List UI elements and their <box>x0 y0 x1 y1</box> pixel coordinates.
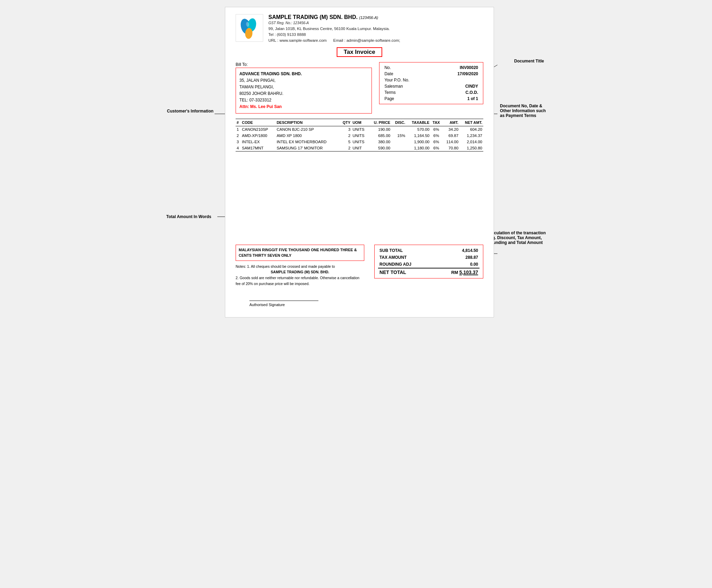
th-uom: UOM <box>352 119 369 126</box>
footer-section: MALAYSIAN RINGGIT FIVE THOUSAND ONE HUND… <box>236 245 483 287</box>
tax-amount-value: 288.87 <box>433 254 479 261</box>
signature-label: Authorised Signature <box>249 303 483 307</box>
notes-intro: Notes: 1. All cheques should be crossed … <box>236 264 364 270</box>
bill-to-label: Bill To: <box>236 62 372 67</box>
annotation-customer-info: Customer's Information <box>167 109 214 114</box>
table-row: 4SAM17MNTSAMSUNG 17' MONITOR2UNIT590.001… <box>236 145 483 151</box>
company-name-text: SAMPLE TRADING (M) SDN. BHD. <box>268 14 358 20</box>
amount-words-text: MALAYSIAN RINGGIT FIVE THOUSAND ONE HUND… <box>239 248 357 258</box>
totals-subtotal-row: SUB TOTAL 4,814.50 <box>378 247 479 254</box>
th-amt: AMT. <box>442 119 459 126</box>
sub-total-label: SUB TOTAL <box>378 247 433 254</box>
totals-box: SUB TOTAL 4,814.50 TAX AMOUNT 288.87 ROU… <box>374 245 483 278</box>
net-total-value-cell: RM 5,103.37 <box>433 268 479 276</box>
info-date-value: 17/09/2020 <box>435 71 479 77</box>
notes-note2: 2. Goods sold are neither returnable nor… <box>236 275 364 287</box>
table-row: 1CANON210SPCANON BJC-210 SP3UNITS190.005… <box>236 126 483 133</box>
company-url-email: URL : www.sample-software.com Email : ad… <box>268 38 483 43</box>
company-email: Email : admin@sample-software.com; <box>333 38 400 42</box>
info-row-terms: Terms C.O.D. <box>383 89 479 96</box>
logo-svg <box>237 16 261 40</box>
doc-title: Tax Invoice <box>337 47 382 57</box>
info-page-label: Page <box>383 96 435 102</box>
table-header-row: # CODE DESCRIPTION QTY UOM U. PRICE DISC… <box>236 119 483 126</box>
rounding-label: ROUNDING ADJ <box>378 261 433 268</box>
invoice-info-section: No. INV00020 Date 17/09/2020 Your P.O. N… <box>379 62 483 114</box>
customer-address2: TAMAN PELANGI, <box>239 84 368 90</box>
company-gst-reg: GST Reg. No.: 123456-A <box>268 20 483 26</box>
annotation-document-title: Document Title <box>514 59 544 63</box>
bill-to-label-text: Bill To: <box>236 62 248 67</box>
customer-box: ADVANCE TRADING SDN. BHD. 35, JALAN PING… <box>236 68 372 114</box>
info-no-label: No. <box>383 65 435 71</box>
totals-tax-row: TAX AMOUNT 288.87 <box>378 254 479 261</box>
info-po-value <box>435 77 479 83</box>
notes-company: SAMPLE TRADING (M) SDN. BHD. <box>236 269 364 275</box>
annotation-total-words: Total Amount In Words <box>166 214 211 219</box>
net-total-label: NET TOTAL <box>378 268 433 276</box>
info-po-label: Your P.O. No. <box>383 77 435 83</box>
th-uprice: U. PRICE <box>369 119 392 126</box>
company-tel: Tel : (603) 9133 8888 <box>268 32 483 38</box>
company-details-block: SAMPLE TRADING (M) SDN. BHD. (123456-A) … <box>268 14 483 44</box>
company-gst-suffix: (123456-A) <box>359 16 378 20</box>
info-terms-value: C.O.D. <box>435 89 479 96</box>
info-row-no: No. INV00020 <box>383 65 479 71</box>
notes-section: Notes: 1. All cheques should be crossed … <box>236 264 364 287</box>
totals-table: SUB TOTAL 4,814.50 TAX AMOUNT 288.87 ROU… <box>378 247 479 276</box>
annotation-calculation: Calculation of the transaction - eg. Dis… <box>487 231 546 245</box>
th-taxable: TAXABLE <box>406 119 431 126</box>
invoice-container: SAMPLE TRADING (M) SDN. BHD. (123456-A) … <box>225 7 494 317</box>
customer-tel: TEL: 07-3323312 <box>239 97 368 104</box>
items-table: # CODE DESCRIPTION QTY UOM U. PRICE DISC… <box>236 119 483 151</box>
company-url: URL : www.sample-software.com <box>268 38 327 42</box>
info-page-value: 1 of 1 <box>435 96 479 102</box>
th-tax: TAX <box>431 119 442 126</box>
totals-section: SUB TOTAL 4,814.50 TAX AMOUNT 288.87 ROU… <box>374 245 483 278</box>
th-description: DESCRIPTION <box>276 119 339 126</box>
rounding-value: 0.00 <box>433 261 479 268</box>
info-row-date: Date 17/09/2020 <box>383 71 479 77</box>
signature-line <box>249 301 318 301</box>
info-date-label: Date <box>383 71 435 77</box>
tax-amount-label: TAX AMOUNT <box>378 254 433 261</box>
net-total-value: 5,103.37 <box>459 270 478 275</box>
customer-address1: 35, JALAN PINGAI, <box>239 77 368 84</box>
company-address: 99, Jalan 101B, KL Business Centre, 5610… <box>268 26 483 32</box>
sub-total-value: 4,814.50 <box>433 247 479 254</box>
amount-words-section: MALAYSIAN RINGGIT FIVE THOUSAND ONE HUND… <box>236 245 364 287</box>
customer-address3: 80250 JOHOR BAHRU. <box>239 90 368 97</box>
invoice-info-box: No. INV00020 Date 17/09/2020 Your P.O. N… <box>379 62 483 104</box>
th-disc: DISC. <box>391 119 406 126</box>
signature-section: Authorised Signature <box>236 301 483 307</box>
invoice-info-table: No. INV00020 Date 17/09/2020 Your P.O. N… <box>383 65 479 102</box>
bill-to-section: Bill To: ADVANCE TRADING SDN. BHD. 35, J… <box>236 62 372 114</box>
empty-space <box>236 158 483 234</box>
net-total-rm: RM <box>451 270 458 275</box>
customer-attn: Attn: Ms. Lee Pui San <box>239 104 368 110</box>
amount-words-box: MALAYSIAN RINGGIT FIVE THOUSAND ONE HUND… <box>236 245 364 261</box>
customer-name: ADVANCE TRADING SDN. BHD. <box>239 71 368 77</box>
company-name: SAMPLE TRADING (M) SDN. BHD. (123456-A) <box>268 14 483 20</box>
annotation-doc-no-date: Document No, Date & Other Information su… <box>500 104 546 118</box>
th-code: CODE <box>241 119 276 126</box>
doc-title-section: Tax Invoice <box>236 47 483 57</box>
totals-rounding-row: ROUNDING ADJ 0.00 <box>378 261 479 268</box>
th-num: # <box>236 119 241 126</box>
totals-net-row: NET TOTAL RM 5,103.37 <box>378 268 479 276</box>
info-row-po: Your P.O. No. <box>383 77 479 83</box>
company-logo <box>236 14 263 42</box>
info-no-value: INV00020 <box>435 65 479 71</box>
bill-info-section: Bill To: ADVANCE TRADING SDN. BHD. 35, J… <box>236 62 483 114</box>
table-row: 3INTEL-EXINTEL EX MOTHERBOARD5UNITS380.0… <box>236 139 483 145</box>
info-terms-label: Terms <box>383 89 435 96</box>
info-salesman-value: CINDY <box>435 83 479 89</box>
info-row-salesman: Salesman CINDY <box>383 83 479 89</box>
th-netamt: NET AMT. <box>459 119 483 126</box>
header-section: SAMPLE TRADING (M) SDN. BHD. (123456-A) … <box>236 14 483 44</box>
info-row-page: Page 1 of 1 <box>383 96 479 102</box>
th-qty: QTY <box>339 119 352 126</box>
info-salesman-label: Salesman <box>383 83 435 89</box>
table-row: 2AMD-XP/1800AMD XP 18002UNITS685.0015%1,… <box>236 133 483 139</box>
